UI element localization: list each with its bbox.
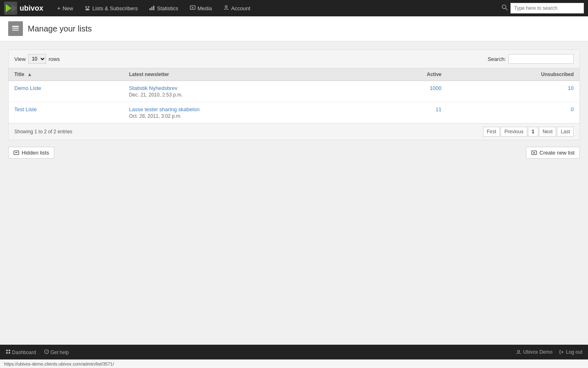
- svg-rect-24: [6, 352, 8, 354]
- svg-rect-6: [149, 8, 151, 10]
- footer-get-help-link[interactable]: ? Get help: [44, 349, 69, 355]
- nav-item-media[interactable]: Media: [184, 0, 218, 16]
- svg-point-3: [85, 6, 87, 8]
- page-header-icon: [8, 21, 23, 36]
- page-header: Manage your lists: [0, 16, 588, 41]
- cell-title: Demo Liste: [9, 81, 123, 102]
- active-count-link[interactable]: 11: [436, 106, 441, 112]
- table-body: Demo Liste Statistik Nyhedsbrev Dec. 21,…: [9, 81, 579, 123]
- brand-logo[interactable]: ubivox: [4, 2, 43, 15]
- col-header-newsletter[interactable]: Latest newsletter: [123, 68, 369, 81]
- page-title: Manage your lists: [28, 24, 92, 34]
- search-label: Search:: [488, 56, 506, 62]
- pagination-current[interactable]: 1: [528, 127, 538, 137]
- search-icon: [501, 4, 508, 12]
- lists-table: Title ▲ Latest newsletter Active Unsubsc…: [9, 68, 579, 123]
- svg-rect-22: [6, 350, 8, 351]
- pagination-next[interactable]: Next: [539, 127, 557, 137]
- hidden-lists-button[interactable]: Hidden lists: [8, 147, 54, 159]
- svg-line-13: [506, 8, 508, 10]
- rows-label: rows: [49, 56, 60, 62]
- account-icon: [223, 5, 229, 12]
- cell-active: 1000: [369, 81, 447, 102]
- lists-table-container: View 10 25 50 rows Search: Title ▲ Lates…: [8, 49, 580, 140]
- help-icon: ?: [44, 349, 49, 354]
- nav-items: + New Lists & Subscribers Statis: [51, 0, 501, 16]
- footer-logout-link[interactable]: Log out: [559, 349, 582, 355]
- col-header-active[interactable]: Active: [369, 68, 447, 81]
- svg-rect-14: [12, 26, 19, 27]
- search-input[interactable]: [510, 3, 584, 13]
- dashboard-icon: [6, 349, 11, 354]
- svg-point-12: [502, 5, 506, 9]
- nav-item-statistics[interactable]: Statistics: [143, 0, 184, 16]
- cell-newsletter: Lasse tester sharing skabelon Oct. 28, 2…: [123, 102, 369, 123]
- url-bar: https://ubivox-demo.clients.ubivox.com/a…: [0, 359, 588, 368]
- table-footer: Showing 1 to 2 of 2 entries First Previo…: [9, 123, 579, 140]
- table-row: Demo Liste Statistik Nyhedsbrev Dec. 21,…: [9, 81, 579, 102]
- newsletter-link[interactable]: Statistik Nyhedsbrev: [129, 85, 178, 91]
- new-icon: +: [57, 5, 60, 11]
- cell-title: Test Liste: [9, 102, 123, 123]
- svg-point-28: [517, 350, 519, 352]
- svg-rect-8: [153, 6, 154, 10]
- unsub-count-link[interactable]: 10: [568, 85, 574, 91]
- svg-point-4: [88, 6, 89, 8]
- nav-item-statistics-label: Statistics: [157, 5, 178, 11]
- url-text: https://ubivox-demo.clients.ubivox.com/a…: [4, 361, 114, 366]
- table-showing-text: Showing 1 to 2 of 2 entries: [14, 129, 72, 135]
- list-title-link[interactable]: Demo Liste: [14, 85, 41, 91]
- list-actions: Hidden lists Create new list: [8, 140, 580, 165]
- newsletter-link[interactable]: Lasse tester sharing skabelon: [129, 106, 200, 112]
- cell-unsubscribed: 10: [447, 81, 579, 102]
- lists-icon: [85, 5, 90, 12]
- rows-per-page-select[interactable]: 10 25 50: [28, 54, 46, 64]
- create-new-list-button[interactable]: Create new list: [526, 147, 580, 159]
- svg-rect-23: [9, 350, 10, 351]
- nav-item-media-label: Media: [198, 5, 212, 11]
- table-toolbar: View 10 25 50 rows Search:: [9, 50, 579, 68]
- main-nav: ubivox + New Lists & Subscribers: [0, 0, 588, 16]
- svg-text:?: ?: [46, 350, 47, 353]
- create-list-label: Create new list: [539, 150, 575, 156]
- hidden-lists-icon: [13, 150, 19, 156]
- media-icon: [190, 5, 196, 12]
- main-content: View 10 25 50 rows Search: Title ▲ Lates…: [0, 41, 588, 345]
- active-count-link[interactable]: 1000: [430, 85, 441, 91]
- brand-name: ubivox: [20, 4, 43, 13]
- cell-newsletter: Statistik Nyhedsbrev Dec. 21, 2010, 2:53…: [123, 81, 369, 102]
- user-icon: [516, 350, 521, 355]
- footer-left: Dashboard ? Get help: [6, 349, 69, 355]
- logout-icon: [559, 350, 564, 355]
- list-title-link[interactable]: Test Liste: [14, 106, 37, 112]
- pagination-first[interactable]: First: [483, 127, 500, 137]
- table-search-input[interactable]: [508, 54, 574, 64]
- cell-active: 11: [369, 102, 447, 123]
- nav-item-lists-label: Lists & Subscribers: [92, 5, 138, 11]
- newsletter-date: Oct. 28, 2011, 3:02 p.m.: [129, 113, 363, 119]
- pagination-previous[interactable]: Previous: [501, 127, 527, 137]
- footer-dashboard-link[interactable]: Dashboard: [6, 349, 36, 355]
- table-header-row: Title ▲ Latest newsletter Active Unsubsc…: [9, 68, 579, 81]
- sort-arrow-icon: ▲: [27, 72, 32, 77]
- pagination-last[interactable]: Last: [557, 127, 574, 137]
- unsub-count-link[interactable]: 0: [571, 106, 574, 112]
- cell-unsubscribed: 0: [447, 102, 579, 123]
- svg-rect-25: [9, 352, 10, 354]
- footer-right: Ubivox Demo Log out: [516, 349, 582, 355]
- search-area: [501, 3, 584, 13]
- col-header-unsubscribed[interactable]: Unsubscribed: [447, 68, 579, 81]
- hidden-lists-label: Hidden lists: [22, 150, 49, 156]
- col-header-title[interactable]: Title ▲: [9, 68, 123, 81]
- table-row: Test Liste Lasse tester sharing skabelon…: [9, 102, 579, 123]
- footer-ubivox-demo-link[interactable]: Ubivox Demo: [516, 349, 552, 355]
- app-footer: Dashboard ? Get help Ubivox Demo Log out: [0, 345, 588, 359]
- nav-item-account-label: Account: [231, 5, 250, 11]
- svg-rect-16: [12, 30, 19, 31]
- nav-item-new[interactable]: + New: [51, 0, 79, 16]
- pagination: First Previous 1 Next Last: [483, 127, 574, 137]
- nav-item-account[interactable]: Account: [218, 0, 256, 16]
- create-list-icon: [531, 150, 537, 156]
- svg-rect-15: [12, 28, 19, 29]
- nav-item-lists[interactable]: Lists & Subscribers: [79, 0, 143, 16]
